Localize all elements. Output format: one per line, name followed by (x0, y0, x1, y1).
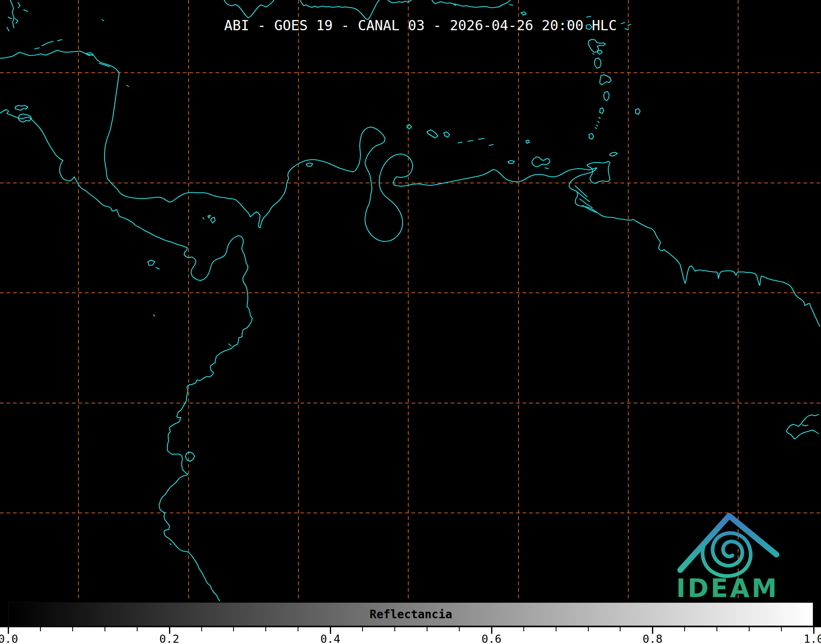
coastline-los-roques-2 (468, 140, 473, 141)
coastline-la-blanquilla (526, 140, 530, 143)
colorbar-minor-tick (459, 627, 460, 631)
colorbar-minor-tick (620, 627, 621, 631)
coastline-bonaire (444, 132, 449, 137)
coastline-belize-cay-2 (24, 10, 28, 11)
colorbar-minor-tick (427, 627, 427, 631)
colorbar-minor-tick (137, 627, 138, 631)
colorbar-tick-label: 0.6 (481, 633, 501, 644)
coastline-grenadines-2 (598, 121, 599, 123)
coastline-gorgona (229, 344, 231, 346)
coastline-haiti-tiburon (224, 0, 274, 18)
coastline-miskito-cay (127, 85, 129, 87)
colorbar-minor-tick (749, 627, 750, 631)
coastline-los-roques-3 (478, 138, 484, 139)
coastline-grenadines-4 (595, 127, 596, 129)
coastline-ecuador-islet (170, 544, 171, 545)
coastline-grenadines-1 (599, 117, 600, 118)
colorbar-minor-tick (394, 627, 395, 631)
colorbar-tick-label: 0.4 (320, 633, 340, 644)
coastline-belize-cay-5 (7, 27, 9, 31)
coastline-antigua-3 (625, 29, 628, 30)
coastline-pearl-island-3 (203, 218, 204, 219)
coastline-los-roques-1 (458, 142, 462, 143)
coastline-belize-cay-3 (8, 17, 11, 19)
coastline-amazon-mouth (786, 414, 819, 439)
colorbar-minor-tick (265, 627, 266, 631)
coastline-grenada (589, 134, 594, 139)
coastline-margarita (532, 157, 550, 167)
colorbar-label: Reflectancia (369, 608, 452, 621)
coastline-vieques (510, 4, 513, 5)
coastline-belize-cay-1 (18, 2, 20, 8)
coastline-guadeloupe (588, 39, 605, 52)
colorbar-minor-tick (523, 627, 524, 631)
coastline-coche (545, 168, 548, 169)
colorbar-minor-tick (298, 627, 298, 631)
ideam-logo-text: IDEAM (676, 573, 779, 603)
colorbar-tick-label: 0.8 (643, 633, 663, 644)
colorbar-minor-tick (588, 627, 589, 631)
ideam-mountain-icon (680, 516, 777, 576)
ideam-logo: IDEAM (672, 506, 782, 606)
colorbar-tick-label: 0.2 (159, 633, 179, 644)
coastline-antigua-2 (628, 25, 631, 25)
coastline-barbados (636, 109, 640, 114)
coastline-la-tortuga (508, 160, 514, 163)
coastline-st-lucia (604, 91, 609, 101)
coastline-lake-managua (15, 105, 28, 110)
colorbar-minor-tick (40, 627, 41, 631)
coastline-antigua-1 (621, 22, 625, 24)
colorbar-axis-strip: 0.00.20.40.60.81.0 (0, 627, 821, 644)
colorbar-minor-tick (362, 627, 363, 631)
coastline-puna-island (185, 452, 195, 461)
coastline-curacao (427, 130, 438, 138)
coastline-roatan (42, 41, 53, 46)
colorbar-minor-tick (72, 627, 73, 631)
colorbar-minor-tick (105, 627, 105, 631)
colorbar-minor-tick (684, 627, 685, 631)
coastline-swan-island (102, 20, 104, 21)
coastline-la-orchila (489, 145, 493, 145)
coastline-orinoco-channel-4 (583, 205, 596, 212)
coastline-st-croix (521, 12, 526, 15)
coastline-pearl-island-2 (211, 217, 215, 223)
reflectance-colorbar: Reflectancia (8, 602, 814, 626)
coastline-malpelo (154, 315, 155, 316)
coastline-amazon-channel (802, 425, 808, 426)
coastline-utila (35, 48, 39, 49)
coastline-marie-galante (598, 50, 602, 54)
coastline-belize-cay-4 (15, 18, 18, 23)
colorbar-minor-tick (201, 627, 202, 631)
colorbar-minor-tick (233, 627, 234, 631)
colorbar-tick-label: 1.0 (804, 633, 821, 644)
coastline-st-vincent (600, 108, 604, 114)
coastline-belize-coast (10, 0, 14, 28)
coastline-tobago (610, 152, 617, 156)
coastline-pearl-island-1 (208, 215, 210, 218)
colorbar-minor-tick (556, 627, 556, 631)
image-title: ABI - GOES 19 - CANAL 03 - 2026-04-26 20… (224, 17, 617, 33)
coastline-cebaco (156, 267, 159, 269)
colorbar-minor-tick (781, 627, 782, 631)
coastline-dominica (594, 58, 601, 68)
coastline-guanaja (58, 40, 62, 41)
coastline-aruba (407, 125, 412, 129)
coastline-grenadines-3 (596, 125, 598, 126)
coastline-coiba (148, 260, 155, 265)
coastline-cienaga-santa-marta (306, 163, 313, 166)
coastline-les-saintes (593, 53, 594, 54)
satellite-image-viewport: ABI - GOES 19 - CANAL 03 - 2026-04-26 20… (0, 0, 821, 644)
coastline-dominican-south-coast (300, 0, 379, 20)
coastline-puerto-rico-south-coast (432, 0, 510, 8)
colorbar-tick-label: 0.0 (0, 633, 18, 644)
coastline-caribbean-mainline (0, 50, 820, 326)
colorbar-minor-tick (716, 627, 717, 631)
coastline-martinique (600, 75, 611, 85)
